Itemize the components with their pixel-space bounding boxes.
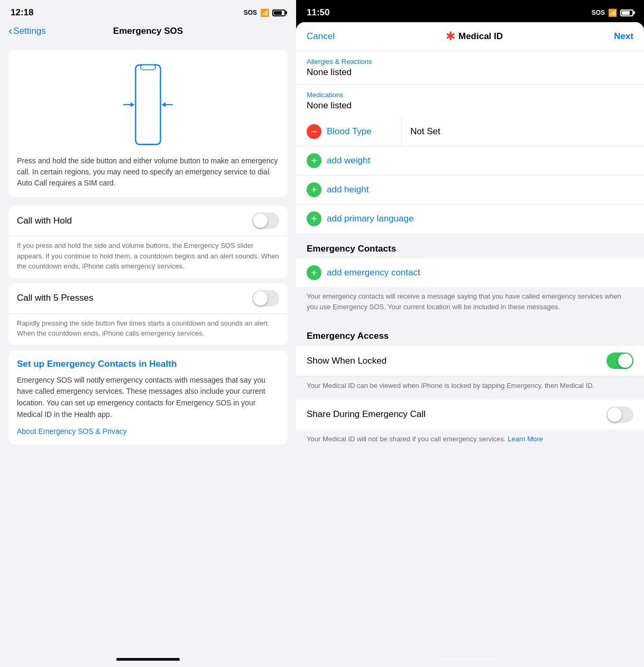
add-emergency-contact-label: add emergency contact — [327, 267, 420, 278]
blood-type-remove-icon[interactable]: − — [307, 124, 321, 139]
add-height-label: add height — [327, 184, 369, 195]
blood-type-row[interactable]: − Blood Type Not Set — [296, 117, 644, 146]
medical-id-title: ✱ Medical ID — [446, 30, 503, 43]
blood-type-cell-left: − Blood Type — [296, 117, 402, 146]
left-page-title: Emergency SOS — [113, 26, 183, 36]
allergies-value: None listed — [307, 67, 633, 78]
call-with-5-presses-group: Call with 5 Presses Rapidly pressing the… — [8, 283, 288, 345]
cancel-button[interactable]: Cancel — [307, 31, 335, 42]
blood-type-value: Not Set — [402, 119, 644, 144]
right-scroll: Allergies & Reactions None listed Medica… — [296, 51, 644, 654]
add-weight-row[interactable]: + add weight — [296, 146, 644, 175]
back-button[interactable]: ‹ Settings — [8, 24, 46, 38]
left-battery-icon — [272, 10, 286, 16]
emergency-sos-privacy-link[interactable]: About Emergency SOS & Privacy — [17, 427, 127, 436]
share-during-emergency-knob — [608, 407, 622, 422]
medical-id-nav: Cancel ✱ Medical ID Next — [296, 22, 644, 51]
emergency-contacts-card-body: Emergency SOS will notify emergency cont… — [17, 375, 279, 421]
left-wifi-icon: 📶 — [260, 8, 269, 17]
svg-rect-0 — [135, 65, 160, 145]
allergies-medications-group: Allergies & Reactions None listed Medica… — [296, 51, 644, 117]
add-language-label: add primary language — [327, 214, 413, 224]
show-when-locked-toggle[interactable] — [606, 353, 633, 369]
call-with-5-presses-description: Rapidly pressing the side button five ti… — [8, 314, 288, 345]
blood-type-label: Blood Type — [327, 126, 372, 137]
svg-marker-3 — [131, 102, 134, 107]
show-when-locked-label: Show When Locked — [307, 356, 387, 366]
learn-more-link[interactable]: Learn More — [508, 435, 542, 443]
right-battery-icon — [620, 10, 633, 16]
emergency-contacts-footer: Your emergency contacts will receive a m… — [296, 287, 644, 320]
call-with-hold-toggle[interactable] — [252, 212, 279, 229]
left-status-bar: 12:18 SOS 📶 — [0, 0, 296, 22]
back-label: Settings — [13, 26, 45, 36]
call-with-5-presses-toggle[interactable] — [252, 290, 279, 307]
emergency-access-group: Show When Locked Your Medical ID can be … — [296, 346, 644, 430]
show-when-locked-row: Show When Locked — [296, 346, 644, 376]
call-with-hold-description: If you press and hold the side and volum… — [8, 236, 288, 278]
medications-field[interactable]: Medications None listed — [296, 85, 644, 117]
right-status-icons: SOS 📶 — [592, 8, 633, 17]
share-during-emergency-row: Share During Emergency Call — [296, 400, 644, 430]
left-sos-icon: SOS — [244, 9, 257, 16]
medications-label: Medications — [307, 91, 633, 99]
call-with-hold-label: Call with Hold — [17, 216, 72, 226]
toggle-knob — [253, 214, 268, 228]
svg-marker-5 — [162, 102, 165, 107]
left-status-icons: SOS 📶 — [244, 8, 286, 17]
share-during-emergency-toggle[interactable] — [606, 406, 633, 423]
add-weight-label: add weight — [327, 155, 370, 166]
medications-value: None listed — [307, 100, 633, 111]
back-chevron-icon: ‹ — [8, 24, 12, 38]
add-emergency-contact-row[interactable]: + add emergency contact — [296, 258, 644, 287]
left-time: 12:18 — [11, 7, 33, 18]
phone-illustration-icon — [122, 62, 174, 147]
add-height-icon[interactable]: + — [307, 182, 321, 197]
right-home-indicator — [438, 658, 502, 661]
share-during-emergency-label: Share During Emergency Call — [307, 409, 426, 420]
add-language-icon[interactable]: + — [307, 211, 321, 226]
left-home-indicator — [116, 658, 180, 661]
right-card: Cancel ✱ Medical ID Next Allergies & Rea… — [296, 22, 644, 667]
show-when-locked-knob — [618, 354, 632, 368]
right-status-bar: 11:50 SOS 📶 — [296, 0, 644, 22]
next-button[interactable]: Next — [614, 31, 633, 42]
add-primary-language-row[interactable]: + add primary language — [296, 205, 644, 233]
illustration-card: Press and hold the side button and eithe… — [8, 50, 288, 197]
show-when-locked-footer: Your Medical ID can be viewed when iPhon… — [296, 376, 644, 400]
left-panel: 12:18 SOS 📶 ‹ Settings Emergency SOS — [0, 0, 296, 667]
call-with-hold-row: Call with Hold — [8, 206, 288, 236]
add-emergency-contact-icon[interactable]: + — [307, 265, 321, 280]
toggle-knob-2 — [253, 291, 268, 305]
share-during-emergency-footer: Your Medical ID will not be shared if yo… — [296, 430, 644, 453]
allergies-field[interactable]: Allergies & Reactions None listed — [296, 51, 644, 85]
call-with-5-presses-label: Call with 5 Presses — [17, 293, 94, 303]
right-wifi-icon: 📶 — [608, 8, 617, 17]
add-weight-icon[interactable]: + — [307, 153, 321, 168]
emergency-contacts-card-title: Set up Emergency Contacts in Health — [17, 359, 279, 369]
right-sos-icon: SOS — [592, 9, 605, 16]
right-panel: 11:50 SOS 📶 Cancel ✱ Medical ID Next All… — [296, 0, 644, 667]
call-with-5-presses-row: Call with 5 Presses — [8, 283, 288, 314]
left-content: Press and hold the side button and eithe… — [0, 44, 296, 654]
medical-id-title-text: Medical ID — [458, 31, 503, 42]
allergies-label: Allergies & Reactions — [307, 58, 633, 66]
left-nav-bar: ‹ Settings Emergency SOS — [0, 22, 296, 44]
medical-id-asterisk-icon: ✱ — [446, 30, 455, 43]
emergency-contacts-card: Set up Emergency Contacts in Health Emer… — [8, 350, 288, 445]
emergency-contacts-section-header: Emergency Contacts — [296, 233, 644, 258]
add-height-row[interactable]: + add height — [296, 175, 644, 205]
call-with-hold-group: Call with Hold If you press and hold the… — [8, 206, 288, 278]
right-time: 11:50 — [307, 7, 329, 18]
svg-rect-1 — [141, 65, 155, 70]
emergency-access-section-header: Emergency Access — [296, 320, 644, 346]
illustration-description: Press and hold the side button and eithe… — [17, 155, 279, 189]
